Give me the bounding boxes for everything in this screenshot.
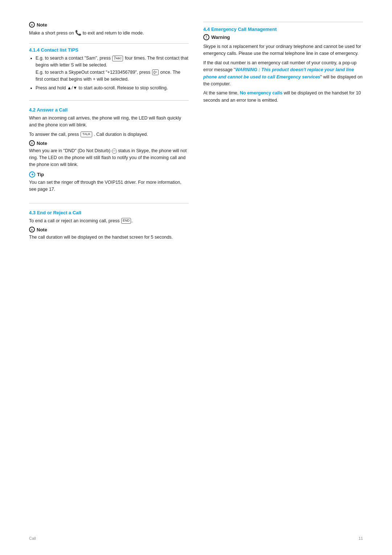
key-end: END [121, 218, 131, 224]
section-43-title: 4.3 End or Reject a Call [29, 210, 189, 215]
section-415-title: 4.1.4 Contact list TIPS [29, 47, 189, 53]
warning-block: Warning [203, 34, 363, 40]
page-footer: Call 11 [29, 536, 363, 540]
answer-call-body2: To answer the call, press TALK . Call du… [29, 131, 189, 138]
note-text-top: Make a short press on 📞 to exit and retu… [29, 29, 189, 37]
note-icon-top: ≡ [29, 22, 35, 28]
two-column-layout: ≡ Note Make a short press on 📞 to exit a… [29, 22, 363, 258]
emergency-body2: If the dial out number is an emergency c… [203, 60, 363, 88]
contact-tips-list: E.g. to search a contact "Sam", press 7A… [29, 55, 189, 92]
section-42-title: 4.2 Answer a Call [29, 107, 189, 113]
answer-tip: ✦ Tip You can set the ringer off through… [29, 171, 189, 193]
key-0plus: 0+ [152, 69, 159, 75]
contact-tip-2: Press and hold ▲/▼ to start auto-scroll.… [36, 85, 189, 92]
warning-label-44: Warning [211, 35, 230, 40]
section-44-title: 4.4 Emergency Call Management [203, 27, 363, 32]
tip-label-42: Tip [37, 172, 44, 177]
answer-note-header: ≡ Note [29, 140, 189, 146]
end-note: ≡ Note The call duration will be display… [29, 227, 189, 241]
answer-note: ≡ Note When you are in "DND" (Do Not Dis… [29, 140, 189, 168]
right-column: 4.4 Emergency Call Management Warning Sk… [203, 22, 363, 258]
key-7: 7ABC [112, 56, 123, 61]
note-label-43: Note [37, 227, 47, 232]
warning-icon-44 [203, 34, 209, 40]
page: ≡ Note Make a short press on 📞 to exit a… [0, 0, 392, 555]
note-icon-42: ≡ [29, 140, 35, 146]
no-emergency-text: No emergency calls [240, 90, 282, 96]
answer-tip-header: ✦ Tip [29, 171, 189, 178]
note-label-42: Note [37, 141, 47, 146]
footer-label: Call [29, 536, 36, 540]
tip-icon-42: ✦ [29, 171, 35, 178]
end-call-body: To end a call or reject an incoming call… [29, 218, 189, 224]
answer-note-text: When you are in "DND" (Do Not Disturb) —… [29, 147, 189, 168]
section-42: 4.2 Answer a Call When an incoming call … [29, 107, 189, 203]
footer-page-number: 11 [359, 536, 363, 540]
answer-tip-text: You can set the ringer off through the V… [29, 179, 189, 193]
section-43: 4.3 End or Reject a Call To end a call o… [29, 210, 189, 251]
emergency-body3: At the same time, No emergency calls wil… [203, 90, 363, 104]
sub-indent-1: E.g. to search a SkypeOut contact "+1233… [36, 70, 180, 82]
section-44: 4.4 Emergency Call Management Warning Sk… [203, 27, 363, 104]
note-section-top: ≡ Note Make a short press on 📞 to exit a… [29, 22, 189, 44]
note-icon-43: ≡ [29, 227, 35, 232]
emergency-body1: Skype is not a replacement for your ordi… [203, 43, 363, 57]
warning-header: Warning [203, 34, 363, 40]
end-note-text: The call duration will be displayed on t… [29, 234, 189, 241]
left-column: ≡ Note Make a short press on 📞 to exit a… [29, 22, 189, 258]
contact-tip-1: E.g. to search a contact "Sam", press 7A… [36, 55, 189, 83]
end-note-header: ≡ Note [29, 227, 189, 232]
note-label-top: Note [37, 22, 47, 28]
note-header-top: ≡ Note [29, 22, 189, 28]
answer-call-body1: When an incoming call arrives, the phone… [29, 115, 189, 129]
dnd-icon: — [112, 149, 117, 154]
key-talk: TALK [81, 131, 92, 137]
section-415: 4.1.4 Contact list TIPS E.g. to search a… [29, 47, 189, 101]
